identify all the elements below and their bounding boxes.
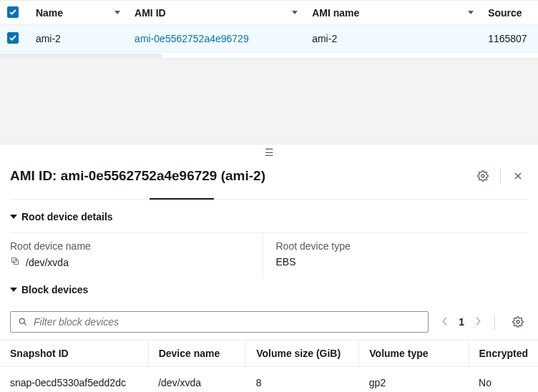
select-all-checkbox[interactable]: [7, 6, 19, 18]
copy-button[interactable]: [10, 256, 20, 268]
column-header-volume-type[interactable]: Volume type: [359, 340, 469, 367]
cell-volume-type: gp2: [359, 367, 469, 393]
caret-down-icon: [10, 288, 17, 292]
cell-snapshot-id: snap-0ecd5330af5edd2dc: [0, 367, 148, 393]
divider: [494, 314, 495, 330]
close-icon: [512, 170, 524, 182]
block-devices-toggle[interactable]: Block devices: [10, 284, 528, 295]
column-header-ami-id[interactable]: AMI ID: [127, 1, 305, 25]
resize-handle[interactable]: ☰: [0, 144, 538, 160]
column-header-device-name[interactable]: Device name: [148, 340, 245, 367]
cell-source: 1165807: [481, 25, 538, 52]
pager-next[interactable]: [474, 316, 481, 328]
sort-icon: [114, 11, 120, 14]
column-header-ami-name[interactable]: AMI name: [305, 1, 481, 25]
root-device-name-label: Root device name: [10, 240, 263, 252]
column-header-volume-size[interactable]: Volume size (GiB): [246, 340, 359, 367]
column-header-name[interactable]: Name: [29, 1, 127, 25]
divider: [500, 168, 501, 184]
caret-down-icon: [10, 215, 17, 219]
pager-prev[interactable]: [441, 316, 449, 328]
gear-icon: [477, 170, 489, 182]
column-header-snapshot-id[interactable]: Snapshot ID: [0, 340, 148, 367]
cell-volume-size: 8: [246, 367, 359, 393]
root-device-type-label: Root device type: [276, 240, 529, 252]
chevron-right-icon: [474, 316, 481, 326]
pager-page: 1: [459, 316, 464, 328]
table-row[interactable]: snap-0ecd5330af5edd2dc /dev/xvda 8 gp2 N…: [0, 367, 538, 393]
cell-name: ami-2: [29, 25, 127, 52]
sort-icon: [292, 11, 298, 14]
gear-icon: [512, 316, 524, 328]
copy-icon: [10, 256, 20, 266]
tab-indicator: [10, 199, 528, 200]
root-device-details-toggle[interactable]: Root device details: [10, 211, 528, 222]
detail-title: AMI ID: ami-0e5562752a4e96729 (ami-2): [10, 168, 265, 184]
row-checkbox[interactable]: [7, 32, 19, 44]
drag-handle-icon: ☰: [265, 147, 274, 157]
empty-area: [0, 58, 538, 144]
cell-device-name: /dev/xvda: [148, 367, 245, 393]
table-row[interactable]: ami-2 ami-0e5562752a4e96729 ami-2 116580…: [0, 25, 538, 52]
sort-icon: [468, 11, 474, 14]
column-header-encrypted[interactable]: Encrypted: [469, 340, 538, 367]
svg-point-4: [517, 320, 519, 323]
cell-encrypted: No: [469, 367, 538, 393]
svg-point-0: [481, 175, 484, 177]
ami-id-link[interactable]: ami-0e5562752a4e96729: [134, 33, 249, 44]
block-devices-table: Snapshot ID Device name Volume size (GiB…: [0, 340, 538, 392]
svg-point-3: [19, 318, 24, 323]
ami-table: Name AMI ID AMI name Source ami-2 ami-0e…: [0, 1, 538, 52]
root-device-type-value: EBS: [276, 256, 296, 268]
filter-block-devices-input[interactable]: [34, 316, 421, 328]
filter-input-wrap[interactable]: [10, 311, 429, 333]
search-icon: [18, 317, 28, 327]
close-button[interactable]: [508, 166, 528, 186]
cell-ami-name: ami-2: [305, 25, 481, 52]
chevron-left-icon: [441, 316, 449, 326]
settings-button[interactable]: [473, 166, 493, 186]
block-devices-settings-button[interactable]: [508, 312, 528, 332]
column-header-source[interactable]: Source: [481, 1, 538, 25]
root-device-name-value: /dev/xvda: [26, 257, 69, 268]
